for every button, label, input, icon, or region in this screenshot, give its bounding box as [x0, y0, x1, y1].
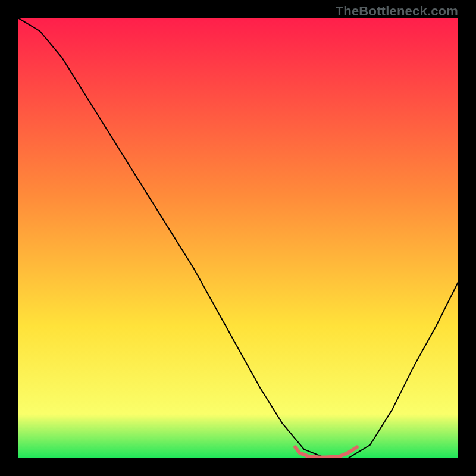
watermark-text: TheBottleneck.com — [336, 4, 458, 19]
gradient-background — [18, 18, 458, 458]
chart-svg — [18, 18, 458, 458]
plot-area — [18, 18, 458, 458]
chart-frame: TheBottleneck.com — [0, 0, 476, 476]
